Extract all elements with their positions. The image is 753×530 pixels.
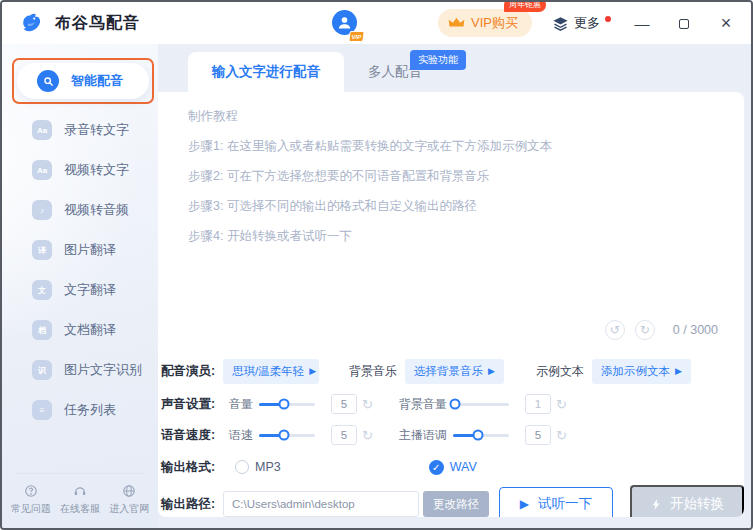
undo-button[interactable]: ↺ (605, 320, 625, 340)
doc-translate-icon: 档 (32, 320, 52, 340)
online-service-link[interactable]: 在线客服 (60, 484, 100, 516)
radio-checked-icon: ✓ (429, 460, 444, 475)
placeholder-line: 制作教程 (188, 108, 718, 125)
change-path-button[interactable]: 更改路径 (423, 491, 489, 517)
sidebar-footer: 常见问题 在线客服 进入官网 (2, 464, 158, 528)
volume-reset-button[interactable]: ↻ (362, 397, 373, 412)
more-label: 更多 (574, 14, 600, 32)
dropdown-arrow-icon: ▶ (675, 366, 682, 376)
vip-buy-label: VIP购买 (471, 14, 518, 32)
redo-button[interactable]: ↻ (635, 320, 655, 340)
globe-icon (122, 484, 136, 498)
bgm-value: 选择背景音乐 (414, 364, 483, 379)
speed-slider[interactable] (259, 434, 315, 437)
sidebar-item-image-ocr[interactable]: 识 图片文字识别 (2, 350, 158, 390)
sidebar-item-image-translate[interactable]: 译 图片翻译 (2, 230, 158, 270)
pitch-slider-thumb[interactable] (473, 430, 484, 441)
placeholder-line: 步骤2: 可在下方选择您想要的不同语音配置和背景音乐 (188, 168, 718, 185)
official-site-link[interactable]: 进入官网 (109, 484, 149, 516)
speed-reset-button[interactable]: ↻ (362, 428, 373, 443)
app-title: 布谷鸟配音 (55, 13, 140, 34)
output-path-input[interactable] (223, 491, 419, 517)
volume-slider-thumb[interactable] (279, 399, 290, 410)
pitch-slider[interactable] (453, 434, 509, 437)
speed-settings-row: 语音速度: 语速 5 ↻ 主播语调 5 ↻ (158, 422, 744, 448)
task-list-icon: ≡ (32, 400, 52, 420)
lightning-icon (650, 498, 663, 511)
format-mp3-label: MP3 (255, 460, 281, 474)
sidebar-item-label: 录音转文字 (64, 121, 129, 139)
crown-icon (448, 17, 465, 29)
format-wav-radio[interactable]: ✓ WAV (429, 460, 477, 475)
sidebar-item-label: 任务列表 (64, 401, 116, 419)
window-maximize-button[interactable] (673, 15, 695, 32)
pitch-value: 5 (525, 425, 551, 445)
preview-label: 试听一下 (538, 495, 592, 513)
sidebar-item-doc-translate[interactable]: 档 文档翻译 (2, 310, 158, 350)
output-format-row: 输出格式: MP3 ✓ WAV (158, 456, 744, 478)
sidebar-item-text-translate[interactable]: 文 文字翻译 (2, 270, 158, 310)
bgm-label: 背景音乐 (349, 363, 397, 380)
online-service-label: 在线客服 (60, 502, 100, 516)
window-close-button[interactable]: × (715, 13, 737, 34)
volume-slider[interactable] (259, 403, 315, 406)
avatar-vip-badge: VIP (348, 31, 365, 42)
bg-volume-slider[interactable] (453, 403, 509, 406)
main-area: 输入文字进行配音 多人配音 实验功能 制作教程 步骤1: 在这里输入或者粘贴需要… (158, 44, 751, 528)
voice-actor-value: 思琪/温柔年轻 (232, 364, 304, 379)
sidebar-item-task-list[interactable]: ≡ 任务列表 (2, 390, 158, 430)
char-counter: 0 / 3000 (673, 323, 718, 337)
content-panel: 制作教程 步骤1: 在这里输入或者粘贴需要转换的文字或在下方添加示例文本 步骤2… (158, 92, 744, 517)
speed-value: 5 (331, 425, 357, 445)
placeholder-line: 步骤4: 开始转换或者试听一下 (188, 228, 718, 245)
person-icon (336, 14, 353, 31)
anniversary-badge: 周年钜惠 (504, 0, 546, 12)
sidebar-item-video-to-audio[interactable]: ♪ 视频转音频 (2, 190, 158, 230)
image-translate-icon: 译 (32, 240, 52, 260)
bgm-select[interactable]: 选择背景音乐 ▶ (405, 359, 504, 384)
notification-dot-icon (605, 16, 611, 22)
window-minimize-button[interactable]: — (631, 15, 653, 32)
tab-text-dubbing[interactable]: 输入文字进行配音 (188, 52, 344, 92)
app-logo: 布谷鸟配音 (20, 10, 140, 36)
convert-label: 开始转换 (670, 495, 724, 513)
preview-button[interactable]: ▶ 试听一下 (499, 487, 613, 517)
sidebar-item-video-to-text[interactable]: Aa 视频转文字 (2, 150, 158, 190)
sidebar-item-label: 图片翻译 (64, 241, 116, 259)
app-window: 布谷鸟配音 VIP VIP购买 周年钜惠 (0, 0, 753, 530)
speed-slider-thumb[interactable] (279, 430, 290, 441)
audio-to-text-icon: Aa (32, 120, 52, 140)
voice-actor-label: 配音演员: (161, 363, 223, 380)
text-input-area[interactable]: 制作教程 步骤1: 在这里输入或者粘贴需要转换的文字或在下方添加示例文本 步骤2… (158, 92, 744, 348)
sidebar-item-label: 文档翻译 (64, 321, 116, 339)
user-avatar[interactable]: VIP (332, 10, 362, 40)
start-convert-button[interactable]: 开始转换 (630, 485, 744, 517)
image-ocr-icon: 识 (32, 360, 52, 380)
speed-label: 语速 (229, 427, 253, 444)
experimental-feature-badge: 实验功能 (410, 50, 466, 70)
pitch-label: 主播语调 (399, 427, 447, 444)
volume-value: 5 (331, 394, 357, 414)
voice-actor-select[interactable]: 思琪/温柔年轻 ▶ (223, 359, 319, 384)
text-translate-icon: 文 (32, 280, 52, 300)
sound-settings-row: 声音设置: 音量 5 ↻ 背景音量 1 ↻ (158, 391, 744, 417)
add-sample-text-button[interactable]: 添加示例文本 ▶ (592, 359, 691, 384)
bg-volume-slider-thumb[interactable] (450, 399, 461, 410)
bg-volume-reset-button[interactable]: ↻ (556, 397, 567, 412)
bg-volume-label: 背景音量 (399, 396, 447, 413)
faq-link[interactable]: 常见问题 (11, 484, 51, 516)
sample-text-value: 添加示例文本 (601, 364, 670, 379)
titlebar-right: VIP购买 周年钜惠 更多 — × (438, 9, 737, 37)
sidebar-item-label: 视频转音频 (64, 201, 129, 219)
radio-unchecked-icon (235, 460, 249, 474)
maximize-icon (679, 19, 689, 29)
format-mp3-radio[interactable]: MP3 (235, 460, 281, 474)
tutorial-highlight-box: 智能配音 (12, 58, 154, 104)
sidebar-item-smart-dubbing[interactable]: 智能配音 (17, 63, 149, 99)
more-menu-button[interactable]: 更多 (552, 14, 611, 32)
pitch-reset-button[interactable]: ↻ (556, 428, 567, 443)
bg-volume-value: 1 (525, 394, 551, 414)
vip-buy-button[interactable]: VIP购买 周年钜惠 (438, 9, 532, 37)
official-site-label: 进入官网 (109, 502, 149, 516)
sidebar-item-audio-to-text[interactable]: Aa 录音转文字 (2, 110, 158, 150)
